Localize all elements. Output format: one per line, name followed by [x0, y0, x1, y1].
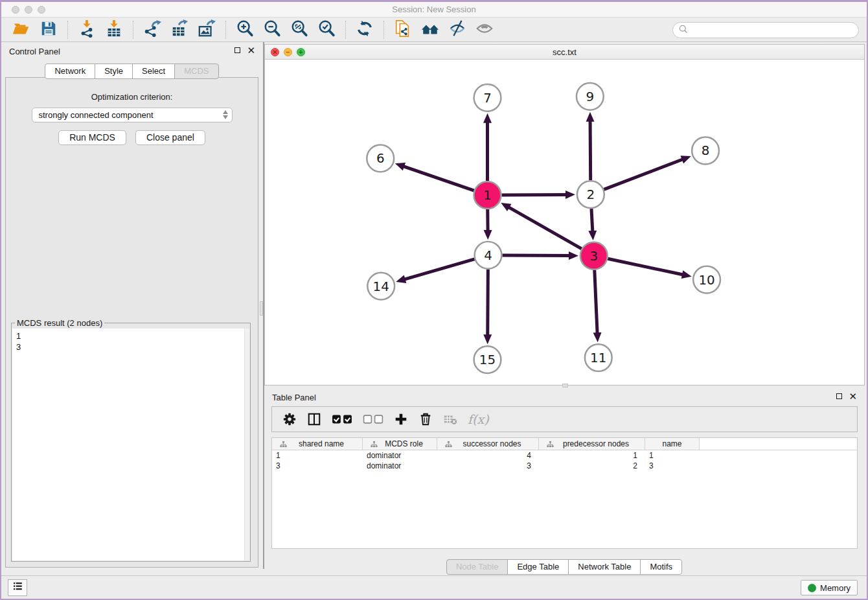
graph-edge-3-11[interactable] — [595, 270, 597, 335]
main-toolbar — [1, 18, 867, 42]
graph-edge-arrowhead — [483, 334, 492, 344]
graph-edge-2-9[interactable] — [590, 120, 591, 181]
toolbar-separator — [67, 21, 68, 39]
table-cell[interactable]: 1 — [272, 450, 363, 461]
toolbar-separator — [133, 21, 133, 39]
graph-edge-arrowhead — [569, 251, 578, 260]
close-panel-icon[interactable]: ✕ — [247, 47, 255, 54]
memory-button[interactable]: Memory — [801, 580, 858, 595]
table-row[interactable]: 3dominator323 — [272, 461, 857, 471]
deselect-all-rows-button[interactable] — [363, 413, 383, 425]
select-all-rows-button[interactable] — [332, 413, 352, 425]
zoom-in-button[interactable] — [234, 19, 255, 40]
float-table-panel-icon[interactable] — [836, 393, 842, 399]
control-panel: Control Panel ✕ NetworkStyleSelectMCDS O… — [1, 42, 263, 569]
column-header-successor-nodes[interactable]: successor nodes — [437, 438, 539, 450]
optimization-criterion-label: Optimization criterion: — [6, 92, 258, 102]
table-cell[interactable]: 1 — [645, 450, 700, 461]
mcds-tab-content: Optimization criterion: strongly connect… — [5, 77, 258, 568]
graph-node-label-14: 14 — [373, 279, 389, 294]
search-input[interactable] — [689, 25, 858, 35]
reset-view-button[interactable] — [420, 19, 440, 40]
tab-network[interactable]: Network — [45, 63, 95, 79]
export-image-button[interactable] — [196, 19, 217, 40]
table-settings-button[interactable] — [282, 412, 297, 426]
table-cell[interactable]: 3 — [437, 461, 539, 471]
graph-node-label-7: 7 — [483, 91, 492, 106]
column-header-shared-name[interactable]: shared name — [272, 438, 363, 450]
export-table-button[interactable] — [169, 19, 190, 40]
graph-edge-4-15[interactable] — [488, 270, 488, 337]
import-network-button[interactable] — [76, 19, 97, 40]
tab-network-table[interactable]: Network Table — [568, 559, 641, 575]
graph-edge-4-3[interactable] — [502, 255, 571, 256]
table-row[interactable]: 1dominator411 — [272, 450, 857, 461]
float-panel-icon[interactable] — [234, 47, 240, 53]
tab-style[interactable]: Style — [95, 63, 133, 79]
table-cell[interactable]: 3 — [272, 461, 363, 471]
graph-edge-1-2[interactable] — [501, 194, 567, 195]
graph-edge-4-14[interactable] — [404, 259, 475, 280]
eye-slash-icon — [448, 19, 466, 40]
network-window-title: scc.txt — [265, 47, 864, 57]
close-table-panel-icon[interactable]: ✕ — [849, 393, 857, 400]
hide-details-button[interactable] — [447, 19, 468, 40]
zoom-out-button[interactable] — [262, 19, 282, 40]
mcds-result-text-area[interactable]: 1 3 — [12, 329, 249, 560]
table-header-row: shared nameMCDS rolesuccessor nodesprede… — [272, 438, 857, 450]
show-details-button[interactable] — [474, 19, 495, 40]
column-header-label: shared name — [290, 439, 362, 448]
window-title: Session: New Session — [1, 5, 867, 14]
apply-layout-button[interactable] — [354, 19, 375, 40]
graph-node-label-10: 10 — [698, 273, 714, 288]
new-network-button[interactable] — [393, 19, 413, 40]
control-panel-tabs: NetworkStyleSelectMCDS — [1, 63, 263, 79]
result-scrollbar[interactable] — [244, 329, 249, 560]
graph-edge-2-8[interactable] — [604, 159, 683, 189]
table-cell[interactable]: dominator — [363, 450, 437, 461]
delete-column-button[interactable] — [418, 412, 433, 426]
open-session-button[interactable] — [11, 19, 32, 40]
horizontal-split-handle[interactable] — [562, 384, 568, 387]
tab-mcds[interactable]: MCDS — [174, 63, 218, 79]
eye-icon — [475, 19, 494, 40]
task-history-button[interactable] — [8, 579, 27, 596]
table-cell[interactable]: 2 — [539, 461, 645, 471]
graph-edge-arrowhead — [483, 113, 492, 123]
zoom-in-icon — [236, 19, 254, 40]
zoom-selected-button[interactable] — [316, 19, 337, 40]
network-canvas[interactable]: 7968124314101511 — [265, 60, 864, 385]
tab-motifs[interactable]: Motifs — [640, 559, 682, 575]
mcds-result-title: MCDS result (2 nodes) — [15, 318, 104, 328]
import-table-button[interactable] — [104, 19, 124, 40]
save-session-button[interactable] — [38, 19, 59, 40]
close-panel-button[interactable]: Close panel — [135, 130, 205, 145]
column-manager-button[interactable] — [307, 412, 321, 426]
table-cell[interactable]: 4 — [437, 450, 539, 461]
tab-edge-table[interactable]: Edge Table — [507, 559, 569, 575]
table-cell[interactable]: 1 — [539, 450, 645, 461]
trash-icon — [418, 412, 433, 426]
column-header-name[interactable]: name — [645, 438, 700, 450]
unchecked-boxes-icon — [363, 413, 383, 425]
column-header-label: name — [645, 439, 699, 448]
graph-edge-3-10[interactable] — [608, 259, 684, 275]
export-network-button[interactable] — [142, 19, 163, 40]
run-mcds-button[interactable]: Run MCDS — [58, 130, 126, 145]
table-cell[interactable]: dominator — [363, 461, 437, 471]
add-column-button[interactable] — [394, 412, 408, 426]
column-header-predecessor-nodes[interactable]: predecessor nodes — [539, 438, 645, 450]
zoom-fit-button[interactable] — [289, 19, 310, 40]
optimization-criterion-dropdown[interactable]: strongly connected component — [32, 108, 233, 122]
table-cell[interactable]: 3 — [645, 461, 700, 471]
graph-node-label-9: 9 — [586, 89, 594, 104]
column-header-mcds-role[interactable]: MCDS role — [363, 438, 437, 450]
graph-edge-3-1[interactable] — [508, 207, 582, 249]
graph-edge-2-3[interactable] — [591, 209, 593, 233]
graph-edge-1-6[interactable] — [402, 166, 474, 190]
vertical-split-handle[interactable] — [260, 301, 263, 316]
search-box[interactable] — [672, 22, 859, 38]
tab-node-table[interactable]: Node Table — [446, 559, 508, 575]
tab-select[interactable]: Select — [132, 63, 175, 79]
graph-edge-arrowhead — [681, 270, 692, 279]
